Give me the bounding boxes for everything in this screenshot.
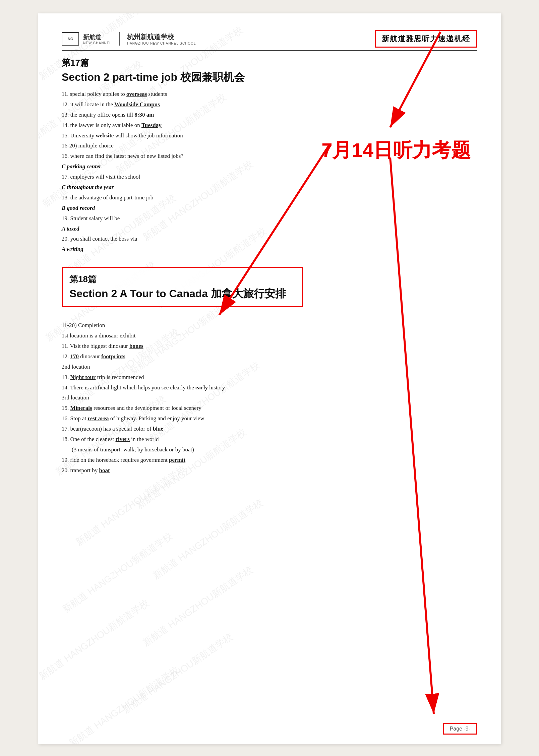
item-18-q17: 17. bear(raccoon) has a special color of… xyxy=(62,424,477,434)
watermark: 新航道 HANGZHOU新航道学校 xyxy=(73,463,188,549)
item-q17a: C throughout the year xyxy=(62,183,477,192)
logo-nc-text: NC xyxy=(68,37,73,41)
item-q13: 13. the enquiry office opens till 8:30 a… xyxy=(62,110,477,120)
logo-en-text: NEW CHANNEL xyxy=(83,41,112,45)
page-footer: Page -9- xyxy=(443,723,477,735)
red-annotation: 7月14日听力考题 xyxy=(321,137,471,164)
item-18-intro: 11-20) Completion xyxy=(62,321,477,330)
item-18-q19: 19. ride on the horseback requires gover… xyxy=(62,455,477,465)
item-q17: 17. employers will visit the school xyxy=(62,172,477,182)
item-q20: 20. you shall contact the boss via xyxy=(62,234,477,244)
watermark: 新航道 HANGZHOU新航道学校 xyxy=(60,530,175,616)
item-18-q15: 15. Minerals resources and the developme… xyxy=(62,403,477,413)
item-18-loc1: 1st location is a dinosaur exhibit xyxy=(62,331,477,341)
item-18-loc2: 2nd location xyxy=(62,362,477,372)
item-18-q14: 14. There is artificial light which help… xyxy=(62,383,477,393)
watermark: 新航道 HANGZHOU新航道学校 xyxy=(120,630,235,716)
header-right-label: 新航道雅思听力速递机经 xyxy=(382,35,470,43)
page-num-text: Page -9- xyxy=(450,726,470,732)
item-q14: 14. the lawyer is only available on Tues… xyxy=(62,121,477,130)
item-18-q13: 13. Night tour trip is recommended xyxy=(62,373,477,382)
header-divider xyxy=(62,50,477,51)
page-num-box: Page -9- xyxy=(443,723,477,735)
school-name: 杭州新航道学校 HANGZHOU NEW CHANNEL SCHOOL xyxy=(127,33,196,45)
section17-title: Section 2 part-time job 校园兼职机会 xyxy=(62,70,477,85)
item-q20a: A writing xyxy=(62,245,477,254)
watermark: 新航道 HANGZHOU新航道学校 xyxy=(140,563,255,649)
logo-icon: NC xyxy=(62,32,79,46)
watermark: 新航道 HANGZHOU新航道学校 xyxy=(38,597,151,683)
school-cn-text: 杭州新航道学校 xyxy=(127,33,196,42)
logo-area: NC 新航道 NEW CHANNEL 杭州新航道学校 HANGZHOU NEW … xyxy=(62,32,196,46)
section18-items: 11-20) Completion 1st location is a dino… xyxy=(62,321,477,475)
item-q18: 18. the advantage of doing part-time job xyxy=(62,193,477,203)
item-18-q18: 18. One of the cleanest rivers in the wo… xyxy=(62,435,477,444)
school-en-text: HANGZHOU NEW CHANNEL SCHOOL xyxy=(127,42,196,45)
item-18-q20: 20. transport by boat xyxy=(62,466,477,476)
item-18-q12: 12. 170 dinosaur footprints xyxy=(62,352,477,362)
header-right-box: 新航道雅思听力速递机经 xyxy=(375,30,477,48)
watermark: 新航道 HANGZHOU新航道学校 xyxy=(151,496,265,582)
logo-sub: 新航道 NEW CHANNEL xyxy=(83,33,112,45)
section18-title: Section 2 A Tour to Canada 加拿大旅行安排 xyxy=(69,287,295,301)
section18-divider xyxy=(62,316,477,316)
item-q12: 12. it will locate in the Woodside Campu… xyxy=(62,100,477,110)
logo-divider xyxy=(119,32,120,46)
item-18-loc3: 3rd location xyxy=(62,393,477,403)
logo-cn-text: 新航道 xyxy=(83,33,112,41)
item-q18a: B good record xyxy=(62,203,477,213)
item-18-q18note: (3 means of transport: walk; by horsebac… xyxy=(72,445,477,455)
section18-num: 第18篇 xyxy=(69,273,295,285)
item-18-q16: 16. Stop at rest area of highway. Parkin… xyxy=(62,414,477,424)
header: NC 新航道 NEW CHANNEL 杭州新航道学校 HANGZHOU NEW … xyxy=(62,30,477,48)
item-18-q11: 11. Visit the biggest dinosaur bones xyxy=(62,341,477,351)
item-q11: 11. special policy applies to overseas s… xyxy=(62,89,477,99)
section17-num: 第17篇 xyxy=(62,57,477,69)
watermark: 新航道 HANGZHOU新航道学校 xyxy=(67,664,182,744)
section17-items: 11. special policy applies to overseas s… xyxy=(62,89,477,254)
item-q19: 19. Student salary will be xyxy=(62,214,477,224)
page: 新航道 HANGZHOU新航道学校 新航道 HANGZHOU新航道学校 新航道 … xyxy=(38,13,501,744)
item-q19a: A taxed xyxy=(62,224,477,234)
section18-box: 第18篇 Section 2 A Tour to Canada 加拿大旅行安排 xyxy=(62,267,303,307)
